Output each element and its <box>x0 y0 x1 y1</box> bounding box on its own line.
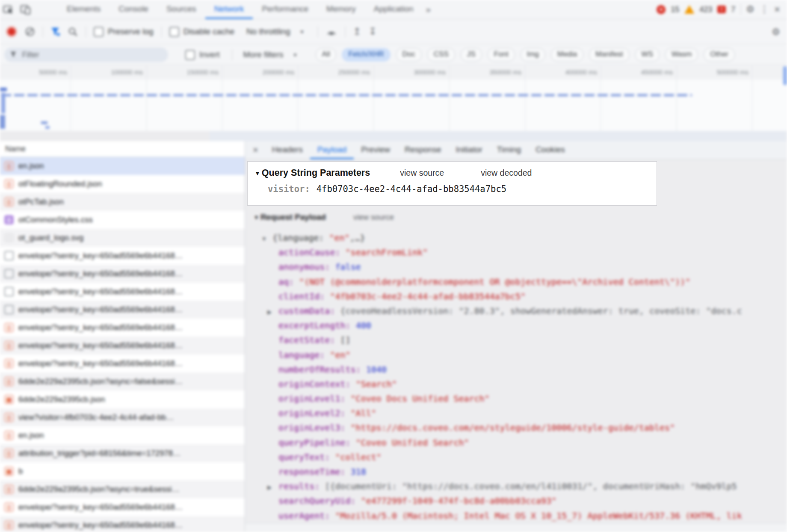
warning-count[interactable]: 423 <box>699 5 712 14</box>
request-row[interactable]: {}attribution_trigger?pid=68156&time=172… <box>0 444 245 462</box>
settings-gear-icon[interactable]: ⚙ <box>746 5 754 14</box>
detail-tab-initiator[interactable]: Initiator <box>449 141 490 159</box>
request-row[interactable]: envelope/?sentry_key=650ad5569e6b44168… <box>0 301 245 319</box>
close-devtools-icon[interactable]: × <box>774 4 780 15</box>
request-row[interactable]: envelope/?sentry_key=650ad5569e6b44168… <box>0 265 245 283</box>
request-row[interactable]: {}view?visitor=4fb0703c-4ee2-4c44-afad-b… <box>0 408 245 426</box>
payload-line[interactable]: ▶customData: {coveoHeadlessVersion: "2.8… <box>245 304 787 318</box>
checkbox-icon[interactable] <box>185 50 195 60</box>
filter-input[interactable] <box>21 50 162 60</box>
filter-pill-font[interactable]: Font <box>488 48 515 62</box>
filter-funnel-icon[interactable] <box>51 27 60 36</box>
disable-cache-checkbox[interactable]: Disable cache <box>169 27 234 37</box>
tab-network[interactable]: Network <box>205 0 253 19</box>
network-overview-timeline[interactable]: 50000 ms100000 ms150000 ms200000 ms25000… <box>0 65 787 141</box>
collapse-triangle-icon[interactable]: ▼ <box>254 170 260 177</box>
view-source-link[interactable]: view source <box>353 213 394 222</box>
filter-pill-img[interactable]: Img <box>521 48 545 62</box>
checkbox-icon[interactable] <box>94 27 104 37</box>
filter-pill-js[interactable]: JS <box>461 48 482 62</box>
detail-tab-payload[interactable]: Payload <box>310 141 354 159</box>
tab-memory[interactable]: Memory <box>317 0 365 19</box>
close-detail-icon[interactable]: × <box>245 145 265 156</box>
disable-cache-label: Disable cache <box>183 27 234 36</box>
request-row[interactable]: {}6dde2e229a2395cb.json?async=true&sessi… <box>0 480 245 498</box>
request-row[interactable]: {}envelope/?sentry_key=650ad5569e6b44168… <box>0 319 245 337</box>
request-row[interactable]: {}envelope/?sentry_key=650ad5569e6b44168… <box>0 498 245 516</box>
payload-value: "en" <box>329 233 349 243</box>
tab-sources[interactable]: Sources <box>157 0 205 19</box>
view-source-link[interactable]: view source <box>400 168 444 178</box>
request-row[interactable]: ▦6dde2e229a2395cb.json <box>0 390 245 408</box>
filter-pill-doc[interactable]: Doc <box>396 48 422 62</box>
filter-pill-all[interactable]: All <box>316 48 337 62</box>
detail-tab-cookies[interactable]: Cookies <box>528 141 572 159</box>
grid-file-icon: ▦ <box>4 467 14 476</box>
request-row[interactable]: {}envelope/?sentry_key=650ad5569e6b44168… <box>0 355 245 372</box>
view-decoded-link[interactable]: view decoded <box>481 168 532 178</box>
request-row[interactable]: {}otPcTab.json <box>0 193 245 211</box>
expand-triangle-icon[interactable]: ▶ <box>267 305 278 318</box>
kebab-menu-icon[interactable]: ⋮ <box>760 5 769 14</box>
chevron-down-icon: ▾ <box>300 28 303 35</box>
request-row[interactable]: ▦b <box>0 462 245 480</box>
timeline-tick-label: 100000 ms <box>79 68 143 76</box>
preserve-log-checkbox[interactable]: Preserve log <box>94 27 154 37</box>
detail-tab-headers[interactable]: Headers <box>265 141 310 159</box>
detail-tab-timing[interactable]: Timing <box>490 141 528 159</box>
request-payload-title: Request Payload <box>260 213 326 222</box>
filter-pill-other[interactable]: Other <box>704 48 735 62</box>
inspect-element-icon[interactable] <box>0 0 17 19</box>
network-conditions-icon[interactable] <box>325 27 337 36</box>
payload-line[interactable]: ▼{language: "en",…} <box>245 231 787 245</box>
tab-performance[interactable]: Performance <box>253 0 317 19</box>
invert-checkbox[interactable]: Invert <box>185 50 220 60</box>
more-filters-dropdown[interactable]: More filters ▾ <box>243 50 297 59</box>
filter-pill-media[interactable]: Media <box>551 48 583 62</box>
detail-tab-preview[interactable]: Preview <box>354 141 397 159</box>
issues-badge-icon[interactable] <box>717 6 726 13</box>
request-row[interactable]: {}otFloatingRounded.json <box>0 175 245 193</box>
payload-line[interactable]: ▶results: [{documentUri: "https://docs.c… <box>245 479 787 494</box>
collapse-triangle-icon[interactable]: ▼ <box>254 214 259 221</box>
request-row[interactable]: envelope/?sentry_key=650ad5569e6b44168… <box>0 247 245 265</box>
tab-elements[interactable]: Elements <box>58 0 109 19</box>
search-icon[interactable] <box>68 27 78 37</box>
request-row[interactable]: {}envelope/?sentry_key=650ad5569e6b44168… <box>0 516 245 532</box>
request-row[interactable]: ot_guard_logo.svg <box>0 229 245 247</box>
payload-line: searchQueryUid: "e477299f-1049-474f-bc8d… <box>245 494 787 508</box>
request-row[interactable]: {}otCommonStyles.css <box>0 211 245 229</box>
filter-pill-css[interactable]: CSS <box>427 48 455 62</box>
throttling-dropdown[interactable]: No throttling ▾ <box>246 27 303 36</box>
more-panels-chevron-icon[interactable]: » <box>426 5 431 15</box>
export-har-icon[interactable]: ↧ <box>369 27 376 36</box>
import-har-icon[interactable]: ↥ <box>353 27 361 36</box>
filter-pill-wasm[interactable]: Wasm <box>665 48 698 62</box>
issues-count[interactable]: 7 <box>731 5 735 14</box>
name-column-header[interactable]: Name <box>0 141 245 157</box>
request-row[interactable]: envelope/?sentry_key=650ad5569e6b44168… <box>0 283 245 301</box>
filter-input-box[interactable] <box>4 47 168 62</box>
tab-console[interactable]: Console <box>109 0 157 19</box>
filter-pill-manifest[interactable]: Manifest <box>589 48 629 62</box>
detail-tab-response[interactable]: Response <box>397 141 449 159</box>
request-row[interactable]: {}6dde2e229a2395cb.json?async=false&sess… <box>0 372 245 390</box>
record-network-log-button[interactable] <box>6 26 17 37</box>
request-row[interactable]: {}en.json <box>0 157 245 175</box>
error-badge-icon[interactable] <box>657 5 666 14</box>
expand-triangle-icon[interactable]: ▶ <box>267 480 278 494</box>
request-row[interactable]: {}en.json <box>0 426 245 444</box>
error-count[interactable]: 15 <box>671 5 679 14</box>
network-settings-gear-icon[interactable]: ⚙ <box>772 19 780 44</box>
device-toolbar-icon[interactable] <box>17 0 34 19</box>
waterfall-mark <box>41 121 47 124</box>
request-row[interactable]: {}envelope/?sentry_key=650ad5569e6b44168… <box>0 337 245 355</box>
warning-badge-icon[interactable] <box>684 5 694 14</box>
request-payload-section-header[interactable]: ▼ Request Payload view source <box>254 213 394 222</box>
expand-triangle-icon[interactable]: ▼ <box>261 232 272 245</box>
clear-network-log-icon[interactable] <box>25 27 35 37</box>
filter-pill-fetch-xhr[interactable]: Fetch/XHR <box>342 48 390 62</box>
checkbox-icon[interactable] <box>169 27 179 37</box>
tab-application[interactable]: Application <box>365 0 423 19</box>
filter-pill-ws[interactable]: WS <box>635 48 660 62</box>
